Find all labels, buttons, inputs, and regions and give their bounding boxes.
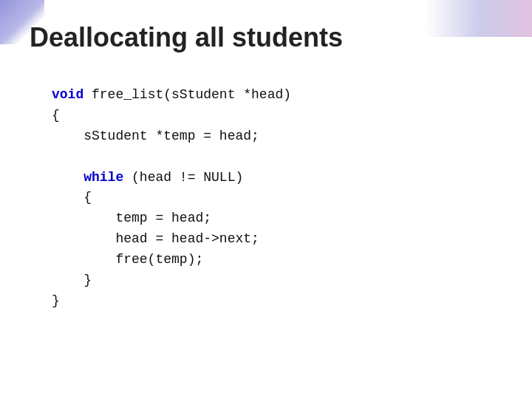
code-line-2: { [52,108,60,123]
code-line-10: } [52,273,92,287]
page-title: Deallocating all students [30,22,343,53]
code-line-7: temp = head; [52,211,211,225]
code-line-1: void free_list(sStudent *head) [52,87,291,102]
keyword-void: void [52,87,83,102]
code-line-8: head = head->next; [52,231,259,246]
corner-decoration-top-right [399,0,532,37]
code-line-5: while (head != NULL) [52,170,243,185]
code-line-6: { [52,190,92,205]
code-block: void free_list(sStudent *head) { sStuden… [52,85,291,312]
code-line-11: } [52,293,60,308]
code-line-4 [52,149,60,164]
code-line-3: sStudent *temp = head; [52,129,259,143]
code-line-9: free(temp); [52,252,203,267]
keyword-while: while [83,170,123,185]
